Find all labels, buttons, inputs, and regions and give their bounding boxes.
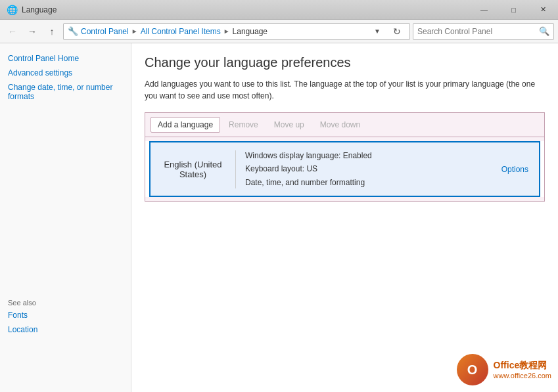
add-language-button[interactable]: Add a language — [151, 117, 220, 133]
language-details: Windows display language: Enabled Keyboa… — [236, 142, 491, 196]
description-text: Add languages you want to use to this li… — [145, 78, 545, 102]
breadcrumb-all-items[interactable]: All Control Panel Items — [141, 27, 221, 36]
sidebar-item-change-date-time[interactable]: Change date, time, or number formats — [8, 83, 123, 101]
keyboard-layout: Keyboard layout: US — [245, 162, 482, 175]
move-down-button[interactable]: Move down — [313, 117, 367, 133]
breadcrumb-dropdown[interactable]: ▼ — [369, 23, 386, 40]
close-button[interactable]: ✕ — [528, 0, 558, 20]
sidebar: Control Panel Home Advanced settings Cha… — [0, 43, 131, 392]
breadcrumb-icon: 🔧 — [68, 26, 78, 36]
remove-button[interactable]: Remove — [221, 117, 266, 133]
watermark: O Office教程网 www.office26.com — [457, 354, 551, 385]
see-also-title: See also — [8, 299, 37, 307]
content-area: Change your language preferences Add lan… — [131, 43, 558, 392]
up-button[interactable]: ↑ — [43, 23, 60, 40]
breadcrumb-sep-1: ► — [131, 28, 138, 35]
sidebar-item-control-panel-home[interactable]: Control Panel Home — [8, 54, 123, 63]
title-bar: 🌐 Language — □ ✕ — [0, 0, 558, 20]
page-title: Change your language preferences — [145, 55, 545, 70]
main-layout: Control Panel Home Advanced settings Cha… — [0, 43, 558, 392]
sidebar-item-location[interactable]: Location — [8, 325, 37, 334]
address-bar: ← → ↑ 🔧 Control Panel ► All Control Pane… — [0, 20, 558, 43]
sidebar-item-advanced-settings[interactable]: Advanced settings — [8, 68, 123, 77]
search-input[interactable] — [417, 27, 539, 36]
search-button[interactable]: 🔍 — [539, 26, 549, 36]
title-bar-left: 🌐 Language — [7, 5, 57, 15]
language-name: English (United States) — [151, 150, 236, 188]
date-time-format: Date, time, and number formatting — [245, 176, 482, 189]
options-link[interactable]: Options — [491, 158, 539, 181]
watermark-text-block: Office教程网 www.office26.com — [494, 360, 551, 380]
move-up-button[interactable]: Move up — [267, 117, 312, 133]
language-item-english[interactable]: English (United States) Windows display … — [149, 141, 540, 197]
breadcrumb-control-panel[interactable]: Control Panel — [81, 27, 129, 36]
breadcrumb-language: Language — [233, 27, 267, 36]
language-list: English (United States) Windows display … — [145, 141, 544, 197]
language-container: Add a language Remove Move up Move down … — [145, 112, 545, 202]
watermark-logo-text: O — [467, 362, 478, 378]
breadcrumb-sep-2: ► — [223, 28, 230, 35]
minimize-button[interactable]: — — [469, 0, 499, 20]
breadcrumb: 🔧 Control Panel ► All Control Panel Item… — [63, 23, 410, 40]
sidebar-item-fonts[interactable]: Fonts — [8, 311, 37, 320]
back-button[interactable]: ← — [4, 23, 21, 40]
language-toolbar: Add a language Remove Move up Move down — [145, 113, 544, 137]
maximize-button[interactable]: □ — [499, 0, 528, 20]
refresh-button[interactable]: ↻ — [388, 23, 406, 40]
display-language-status: Windows display language: Enabled — [245, 149, 482, 162]
see-also-section: See also Fonts Location — [8, 286, 37, 339]
title-bar-controls: — □ ✕ — [469, 0, 558, 20]
search-box: 🔍 — [413, 23, 554, 40]
forward-button[interactable]: → — [24, 23, 41, 40]
watermark-brand: Office教程网 — [494, 360, 551, 372]
watermark-logo: O — [457, 354, 488, 385]
window-title: Language — [22, 5, 57, 14]
window-icon: 🌐 — [7, 5, 18, 15]
watermark-url: www.office26.com — [494, 372, 551, 380]
